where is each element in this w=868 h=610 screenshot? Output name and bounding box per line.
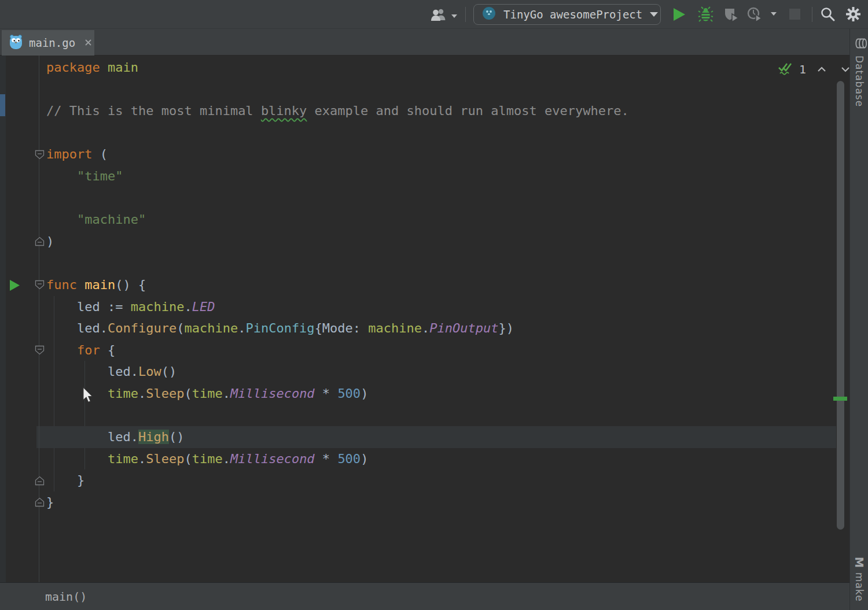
users-icon [429, 8, 448, 25]
database-icon [852, 38, 867, 50]
code-editor[interactable]: package main// This is the most minimal … [0, 56, 849, 582]
main-toolbar: TinyGo awesomeProject [0, 0, 868, 29]
make-label: make [854, 572, 865, 602]
code-line[interactable]: package main [0, 57, 836, 79]
fold-marker-up[interactable] [35, 236, 45, 249]
close-icon[interactable] [84, 38, 92, 49]
code-line[interactable] [0, 79, 836, 101]
next-problem-button[interactable] [841, 64, 850, 75]
breadcrumb-item[interactable]: main() [45, 590, 87, 604]
code-line[interactable]: time.Sleep(time.Millisecond * 500) [0, 383, 836, 405]
toolbar-separator [465, 7, 466, 22]
code-line[interactable]: led.Low() [0, 361, 836, 383]
chevron-down-icon [771, 12, 777, 16]
tab-main-go[interactable]: main.go [2, 30, 94, 56]
chevron-down-icon [451, 14, 457, 18]
code-line[interactable]: } [0, 491, 836, 513]
toolbar-separator [812, 7, 812, 22]
run-configuration-label: TinyGo awesomeProject [503, 8, 642, 21]
inspections-widget[interactable]: 1 [778, 61, 850, 77]
inspection-count: 1 [799, 62, 806, 76]
code-line[interactable] [0, 252, 836, 274]
tinygo-icon [482, 6, 496, 23]
stop-button[interactable] [789, 8, 801, 20]
debug-button[interactable] [698, 6, 713, 23]
chevron-down-icon [650, 12, 658, 17]
mouse-cursor [82, 387, 94, 405]
prev-problem-button[interactable] [817, 64, 826, 75]
fold-marker-down[interactable] [35, 345, 45, 357]
ide-window: TinyGo awesomeProject [0, 0, 868, 610]
run-main-gutter-button[interactable] [9, 279, 20, 294]
tab-label: main.go [29, 36, 75, 49]
profiler-button[interactable] [747, 7, 763, 23]
code-line[interactable] [0, 122, 836, 144]
right-tool-stripe: Database M make [849, 29, 868, 610]
change-marker[interactable] [833, 397, 847, 401]
code-line[interactable] [0, 187, 836, 209]
search-everywhere-button[interactable] [820, 6, 836, 22]
run-button[interactable] [673, 8, 686, 21]
debug-icon [698, 6, 713, 23]
code-line[interactable]: ) [0, 231, 836, 253]
stop-icon [789, 8, 801, 20]
run-icon [9, 279, 20, 291]
editor-tab-bar: main.go [0, 29, 849, 56]
code-line[interactable]: led := machine.LED [0, 296, 836, 318]
search-icon [820, 6, 836, 22]
fold-marker-down[interactable] [35, 150, 45, 162]
vertical-scrollbar[interactable] [837, 81, 844, 530]
coverage-button[interactable] [723, 7, 740, 23]
fold-marker-down[interactable] [35, 280, 45, 292]
fold-marker-up[interactable] [35, 497, 45, 509]
settings-button[interactable] [845, 6, 862, 23]
profiler-dropdown[interactable] [771, 12, 777, 16]
code-line[interactable]: time.Sleep(time.Millisecond * 500) [0, 448, 836, 470]
gopher-icon [9, 34, 23, 52]
code-line[interactable] [0, 405, 836, 427]
run-configuration-select[interactable]: TinyGo awesomeProject [473, 4, 661, 25]
code-area[interactable]: package main// This is the most minimal … [0, 57, 836, 513]
inspection-ok-icon [778, 61, 793, 78]
code-line[interactable]: func main() { [0, 274, 836, 296]
tool-window-make[interactable]: M make [850, 557, 868, 602]
code-line[interactable]: led.Configure(machine.PinConfig{Mode: ma… [0, 317, 836, 339]
chevron-down-icon [841, 66, 850, 73]
code-line[interactable]: } [0, 469, 836, 491]
code-line[interactable]: led.High() [36, 426, 836, 448]
code-line[interactable]: // This is the most minimal blinky examp… [0, 100, 836, 122]
code-line[interactable]: for { [0, 339, 836, 361]
chevron-up-icon [817, 66, 826, 73]
database-label: Database [854, 56, 865, 107]
code-line[interactable]: "machine" [0, 209, 836, 231]
make-icon: M [853, 557, 866, 568]
profiler-icon [747, 7, 763, 23]
fold-marker-up[interactable] [35, 476, 45, 488]
run-icon [673, 8, 686, 21]
code-line[interactable]: import ( [0, 143, 836, 165]
gear-icon [845, 6, 862, 23]
coverage-icon [723, 7, 740, 23]
user-profile-button[interactable] [429, 8, 457, 25]
code-line[interactable]: "time" [0, 165, 836, 187]
breadcrumbs-bar: main() [0, 582, 849, 610]
tool-window-database[interactable]: Database [850, 36, 868, 107]
